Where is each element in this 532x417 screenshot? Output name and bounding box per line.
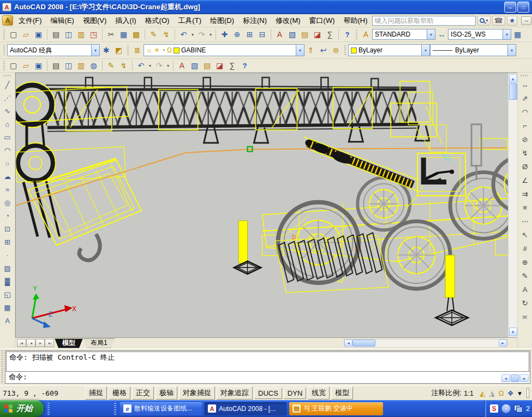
chevron-down-icon[interactable]: ▾ <box>427 29 435 39</box>
taskbar-task-document[interactable]: e 散料输送设备图纸... <box>120 402 202 415</box>
ordinate-dimension-icon[interactable]: ⌐ <box>518 119 531 133</box>
block-editor-icon[interactable]: ↯ <box>160 28 172 40</box>
revision-cloud-icon[interactable]: ☁ <box>1 170 14 183</box>
designcenter-icon[interactable]: A <box>176 59 188 72</box>
color-combo[interactable]: ByLayer ▾ <box>348 44 430 56</box>
continue-dimension-icon[interactable]: ⋯ <box>518 215 531 228</box>
circle-icon[interactable]: ○ <box>1 157 14 170</box>
tool-palettes-icon[interactable]: ▧ <box>188 59 201 72</box>
tab-nav-prev[interactable]: ◄ <box>26 339 35 347</box>
zoom-realtime-icon[interactable]: ⊕ <box>231 28 243 40</box>
save-file-icon[interactable]: ▣ <box>32 28 45 40</box>
toggle-model[interactable]: 模型 <box>331 386 353 400</box>
menu-dimension[interactable]: 标注(N) <box>238 15 271 27</box>
sheetset-manager-icon[interactable]: ▤ <box>298 28 311 40</box>
angular-dimension-icon[interactable]: ∠ <box>518 174 531 187</box>
ellipse-arc-icon[interactable]: ◔ <box>1 209 14 222</box>
maximize-button[interactable]: □ <box>517 2 529 13</box>
annotation-scale-value[interactable]: 1:1 <box>464 389 474 397</box>
match-properties-icon[interactable]: ✎ <box>147 28 160 40</box>
sheetset-manager-icon[interactable]: ▤ <box>201 59 213 72</box>
new-file-icon[interactable]: ▢ <box>7 59 20 72</box>
arc-icon[interactable]: ◠ <box>1 144 14 157</box>
toggle-osnap[interactable]: 对象捕捉 <box>179 386 215 400</box>
menu-edit[interactable]: 编辑(E) <box>46 15 79 27</box>
plot-preview-icon[interactable]: ◫ <box>62 59 75 72</box>
dimension-text-edit-icon[interactable]: A <box>518 283 531 296</box>
table-style-icon[interactable]: ▦ <box>511 28 524 40</box>
arc-length-dimension-icon[interactable]: ◠ <box>518 105 531 119</box>
toggle-ortho[interactable]: 正交 <box>132 386 154 400</box>
taskbar-task-autocad[interactable]: A AutoCAD 2008 - [... <box>205 402 286 415</box>
center-mark-icon[interactable]: ⊕ <box>518 255 531 269</box>
scroll-right-icon[interactable]: ► <box>499 339 507 347</box>
chevron-down-icon[interactable]: ▾ <box>91 45 99 56</box>
tolerance-icon[interactable]: # <box>518 242 531 255</box>
linear-dimension-icon[interactable]: ↔ <box>518 78 531 92</box>
plot-icon[interactable]: ▤ <box>50 59 62 72</box>
toggle-ducs[interactable]: DUCS <box>254 388 282 399</box>
diameter-dimension-icon[interactable]: Ø <box>518 160 531 174</box>
network-icon[interactable] <box>514 405 523 413</box>
make-object-layer-current-icon[interactable]: ⇑ <box>304 44 317 56</box>
drawing-canvas[interactable]: Y X Z <box>16 73 508 337</box>
match-properties-icon[interactable]: ✎ <box>105 59 117 72</box>
toolbar-grip[interactable] <box>3 75 12 76</box>
chevron-down-icon[interactable]: ▾ <box>421 45 429 56</box>
linetype-combo[interactable]: ByLayer ▾ <box>430 44 516 56</box>
quick-dimension-icon[interactable]: ⇉ <box>518 187 531 201</box>
hatch-icon[interactable]: ▨ <box>1 261 14 275</box>
layer-properties-icon[interactable]: ≣ <box>131 44 144 56</box>
command-prompt[interactable]: 命令: <box>6 372 529 383</box>
chevron-down-icon[interactable]: ▾ <box>507 45 516 56</box>
open-file-icon[interactable]: ▱ <box>20 59 32 72</box>
copy-icon[interactable]: ▦ <box>117 28 130 40</box>
dim-style-combo[interactable]: ISO-25_WS ▾ <box>448 29 511 40</box>
redo-menu-arrow[interactable]: ▾ <box>208 28 213 40</box>
tab-nav-next[interactable]: ► <box>35 339 45 347</box>
canvas-vscrollbar[interactable]: ▲ ▼ <box>508 73 517 337</box>
construction-line-icon[interactable]: ⋰ <box>1 91 14 104</box>
quickcalc-icon[interactable]: ∑ <box>226 59 238 72</box>
scroll-left-icon[interactable]: ◄ <box>344 339 352 347</box>
tab-model[interactable]: 模型 <box>55 338 83 348</box>
text-style-combo[interactable]: STANDARD ▾ <box>372 29 435 40</box>
tab-layout1[interactable]: 布局1 <box>83 338 115 348</box>
tray-menu-arrow[interactable]: ▾ <box>515 389 524 397</box>
canvas-hscrollbar[interactable]: ◄ ► <box>344 339 507 348</box>
block-editor-icon[interactable]: ↯ <box>117 59 130 72</box>
annotation-visibility-icon[interactable]: ◭ <box>478 389 487 397</box>
tab-nav-first[interactable]: |◄ <box>17 339 26 347</box>
scroll-down-icon[interactable]: ▼ <box>509 327 517 336</box>
publish-web-icon[interactable]: ◍ <box>87 59 100 72</box>
command-window-grip[interactable] <box>1 350 3 384</box>
menu-view[interactable]: 视图(V) <box>79 15 111 27</box>
make-block-icon[interactable]: ⊞ <box>1 235 14 248</box>
dimension-style-icon[interactable]: ≍ <box>518 310 531 324</box>
baseline-dimension-icon[interactable]: ≡ <box>518 201 531 215</box>
open-file-icon[interactable]: ▱ <box>20 28 32 40</box>
workspace-combo[interactable]: AutoCAD 经典 ▾ <box>7 44 100 56</box>
menu-modify[interactable]: 修改(M) <box>271 15 305 27</box>
status-tray-icon[interactable]: ❖ <box>506 389 515 397</box>
command-scroll-thumb[interactable] <box>511 374 519 382</box>
redo-icon[interactable]: ↷ <box>195 28 208 40</box>
save-file-icon[interactable]: ▣ <box>32 59 45 72</box>
minimize-button[interactable]: ─ <box>504 2 516 13</box>
command-text-area[interactable]: 命令: 扫描被 Control-C 终止 命令: <box>5 350 530 384</box>
toolbar-grip[interactable] <box>356 29 357 39</box>
layer-states-icon[interactable]: ⊜ <box>330 44 342 56</box>
favorites-icon[interactable]: ★ <box>507 16 518 26</box>
start-button[interactable]: 开始 <box>0 400 44 417</box>
menu-format[interactable]: 格式(O) <box>141 15 174 27</box>
help-search-input[interactable] <box>372 16 476 26</box>
point-icon[interactable]: ∙ <box>1 248 14 261</box>
undo-icon[interactable]: ↶ <box>177 28 190 40</box>
insert-block-icon[interactable]: ⊡ <box>1 222 14 235</box>
ellipse-icon[interactable]: ◎ <box>1 196 14 209</box>
toolbar-grip[interactable] <box>344 45 346 55</box>
communication-center-icon[interactable]: ☎ <box>492 16 505 26</box>
pan-icon[interactable]: ✚ <box>218 28 231 40</box>
mdi-minimize-button[interactable]: ─ <box>521 16 531 25</box>
dimension-update-icon[interactable]: ↻ <box>518 296 531 310</box>
